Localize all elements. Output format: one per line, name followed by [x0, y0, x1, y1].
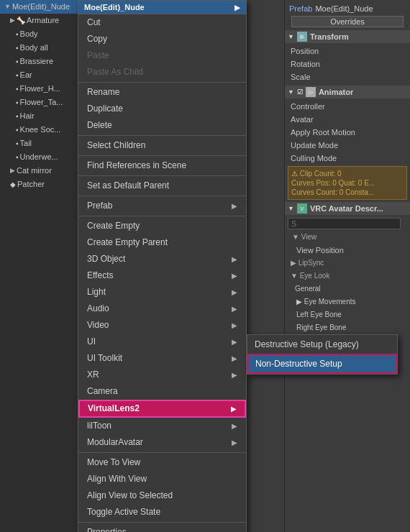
menu-item-create-empty-parent[interactable]: Create Empty Parent: [78, 234, 246, 251]
prefab-name: Moe(Edit)_Nude: [315, 4, 373, 13]
obj-icon: ◆: [10, 178, 16, 191]
inspector-panel: Prefab Moe(Edit)_Nude Overrides ▼ ⊕ Tran…: [284, 0, 410, 532]
mesh-icon: ▪: [16, 151, 19, 163]
hierarchy-item-flowerh[interactable]: ▪ Flower_H...: [0, 82, 79, 96]
collapse-arrow-icon: ▼: [291, 272, 300, 280]
hierarchy-item-armature[interactable]: ▶ 🦴 Armature: [0, 14, 79, 27]
hierarchy-item-flowerta[interactable]: ▪ Flower_Ta...: [0, 96, 79, 109]
submenu-arrow-icon: ▶: [232, 270, 237, 282]
collapse-arrow-icon: ▼: [288, 88, 294, 96]
menu-item-create-empty[interactable]: Create Empty: [78, 218, 246, 234]
submenu-arrow-icon: ▶: [231, 403, 237, 415]
menu-item-toggle-active[interactable]: Toggle Active State: [78, 504, 246, 520]
overrides-button[interactable]: Overrides: [291, 16, 404, 27]
submenu-arrow-icon: ▶: [232, 319, 237, 331]
vrc-icon: V: [297, 203, 307, 214]
hierarchy-item-hair[interactable]: ▪ Hair: [0, 109, 79, 123]
avatar-row: Avatar: [285, 113, 410, 126]
hierarchy-item-underwe[interactable]: ▪ Underwe...: [0, 150, 79, 164]
hierarchy-item-label: Underwe...: [20, 151, 58, 163]
submenu-arrow-icon: ▶: [232, 286, 237, 298]
menu-item-rename[interactable]: Rename: [78, 84, 246, 101]
divider: [78, 216, 246, 216]
hierarchy-item-label: Flower_Ta...: [20, 96, 63, 109]
submenu-arrow-icon: ▶: [232, 200, 237, 212]
menu-item-set-default-parent[interactable]: Set as Default Parent: [78, 178, 246, 194]
vrc-search-input[interactable]: [288, 218, 401, 229]
menu-item-3d-object[interactable]: 3D Object ▶: [78, 251, 246, 267]
mesh-icon: ▪: [16, 124, 19, 136]
menu-item-select-children[interactable]: Select Children: [78, 137, 246, 154]
hierarchy-item-body[interactable]: ▪ Body: [0, 27, 79, 41]
divider: [78, 196, 246, 196]
divider: [78, 135, 246, 136]
general-row: General: [285, 283, 410, 295]
submenu-arrow-icon: ▶: [232, 369, 237, 381]
hierarchy-item-ear[interactable]: ▪ Ear: [0, 68, 79, 82]
mesh-icon: ▪: [16, 55, 19, 68]
menu-item-effects[interactable]: Effects ▶: [78, 267, 246, 284]
menu-item-virtuallens2[interactable]: VirtualLens2 ▶: [78, 400, 246, 418]
checkbox-icon: ☑: [297, 88, 303, 96]
hierarchy-item-bodyall[interactable]: ▪ Body all: [0, 41, 79, 55]
menu-item-align-view-to-selected[interactable]: Align View to Selected: [78, 487, 246, 504]
mesh-icon: ▪: [16, 42, 19, 54]
scale-row: Scale: [285, 70, 410, 83]
animator-warning: ⚠ Clip Count: 0 Curves Pos: 0 Quat: 0 E.…: [288, 166, 407, 200]
menu-item-modularavatar[interactable]: ModularAvatar ▶: [78, 434, 246, 451]
animator-section-header[interactable]: ▼ ☑ ▷ Animator: [285, 86, 410, 98]
menu-item-copy[interactable]: Copy: [78, 31, 246, 47]
hierarchy-item-brassiere[interactable]: ▪ Brassiere: [0, 55, 79, 68]
menu-item-find-refs[interactable]: Find References in Scene: [78, 157, 246, 174]
armature-icon: 🦴: [17, 14, 25, 27]
menu-item-properties[interactable]: Properties...: [78, 524, 246, 532]
hierarchy-item-tail[interactable]: ▪ Tail: [0, 137, 79, 150]
hierarchy-item-catmirror[interactable]: ▶ Cat mirror: [0, 164, 79, 178]
vrc-section-header[interactable]: ▼ V VRC Avatar Descr...: [285, 202, 410, 215]
hierarchy-item-label: Knee Soc...: [20, 124, 61, 136]
culling-mode-row: Culling Mode: [285, 152, 410, 165]
submenu-arrow-icon: ▶: [232, 352, 237, 364]
divider: [78, 82, 246, 83]
mesh-icon: ▪: [16, 28, 19, 40]
menu-item-align-with-view[interactable]: Align With View: [78, 471, 246, 487]
menu-item-duplicate[interactable]: Duplicate: [78, 101, 246, 117]
menu-item-move-to-view[interactable]: Move To View: [78, 454, 246, 471]
transform-title: Transform: [310, 32, 349, 41]
transform-section-header[interactable]: ▼ ⊕ Transform: [285, 30, 410, 43]
transform-icon: ⊕: [297, 32, 307, 42]
hierarchy-item-patcher[interactable]: ◆ Patcher: [0, 178, 79, 191]
menu-item-xr[interactable]: XR ▶: [78, 367, 246, 383]
mesh-icon: ▪: [16, 137, 19, 150]
hierarchy-item-label: Body all: [20, 42, 48, 54]
divider: [78, 522, 246, 523]
menu-item-delete[interactable]: Delete: [78, 117, 246, 134]
hierarchy-item-root[interactable]: ▼ Moe(Edit)_Nude: [0, 0, 79, 14]
hierarchy-item-label: Ear: [20, 69, 32, 81]
hierarchy-item-label: Brassiere: [20, 55, 53, 68]
menu-item-liltoon[interactable]: lilToon ▶: [78, 418, 246, 434]
hierarchy-item-label: Flower_H...: [20, 83, 60, 95]
submenu-item-nondestructive[interactable]: Non-Destructive Setup: [247, 354, 397, 374]
menu-item-cut[interactable]: Cut: [78, 14, 246, 31]
hierarchy-item-label: Moe(Edit)_Nude: [12, 1, 70, 13]
right-eye-bone-row: Right Eye Bone: [285, 321, 410, 334]
mesh-icon: ▪: [16, 96, 19, 109]
submenu-arrow-icon: ▶: [232, 420, 237, 432]
menu-item-audio[interactable]: Audio ▶: [78, 301, 246, 317]
menu-item-camera[interactable]: Camera: [78, 383, 246, 400]
menu-item-ui[interactable]: UI ▶: [78, 334, 246, 350]
lipsync-row: ▶ LipSync: [285, 257, 410, 270]
submenu-item-destructive[interactable]: Destructive Setup (Legacy): [247, 335, 397, 354]
collapse-arrow-icon: ▼: [288, 33, 294, 40]
menu-item-ui-toolkit[interactable]: UI Toolkit ▶: [78, 350, 246, 367]
hierarchy-item-label: Body: [20, 28, 38, 40]
menu-item-prefab[interactable]: Prefab ▶: [78, 198, 246, 214]
rotation-row: Rotation: [285, 58, 410, 70]
menu-item-video[interactable]: Video ▶: [78, 317, 246, 334]
hierarchy-item-kneesoc[interactable]: ▪ Knee Soc...: [0, 123, 79, 137]
apply-root-motion-row: Apply Root Motion: [285, 126, 410, 139]
animator-icon: ▷: [306, 87, 316, 97]
menu-item-light[interactable]: Light ▶: [78, 284, 246, 301]
divider: [78, 155, 246, 156]
